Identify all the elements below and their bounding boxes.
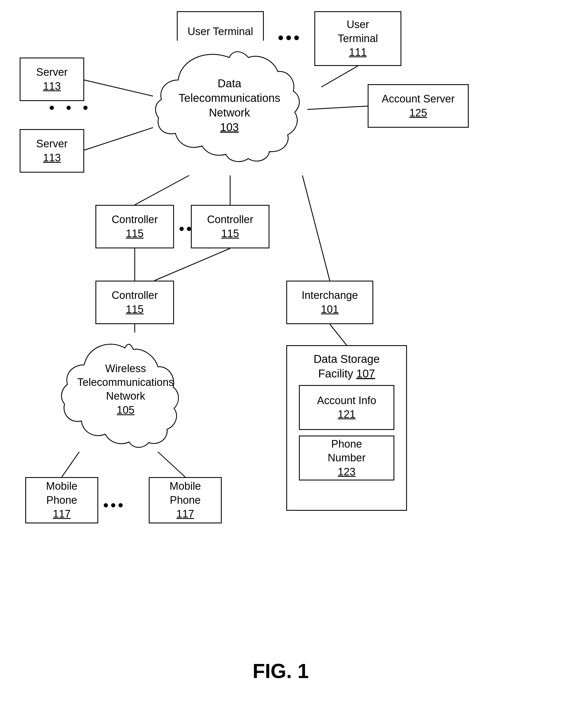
interchange: Interchange 101 [286,281,373,324]
controller-3: Controller 115 [96,281,174,324]
figure-label: FIG. 1 [210,659,351,682]
phone-number: PhoneNumber 123 [299,436,394,481]
server-2: Server 113 [20,129,84,173]
mobile-phone-1: MobilePhone 117 [25,477,98,523]
mobile-phone-2: MobilePhone 117 [149,477,222,523]
svg-line-9 [154,248,230,281]
data-telecom-network: DataTelecommunicationsNetwork 103 [153,41,306,175]
dots-mobile-phones: ••• [103,497,125,513]
user-terminal-2: UserTerminal 111 [314,11,401,66]
controller-1: Controller 115 [96,205,174,248]
svg-line-4 [307,106,368,109]
diagram: User Terminal 111 UserTerminal 111 ••• S… [0,0,588,719]
controller-2: Controller 115 [191,205,269,248]
svg-line-1 [321,66,358,87]
svg-line-11 [330,324,346,345]
account-server: Account Server 125 [368,84,469,128]
server-1: Server 113 [20,58,84,101]
data-storage-facility: Data StorageFacility 107 Account Info 12… [286,345,407,511]
dots-servers: ••• [43,105,94,113]
wireless-telecom-network: WirelessTelecommunicationsNetwork 105 [60,333,191,452]
account-info: Account Info 121 [299,385,394,430]
